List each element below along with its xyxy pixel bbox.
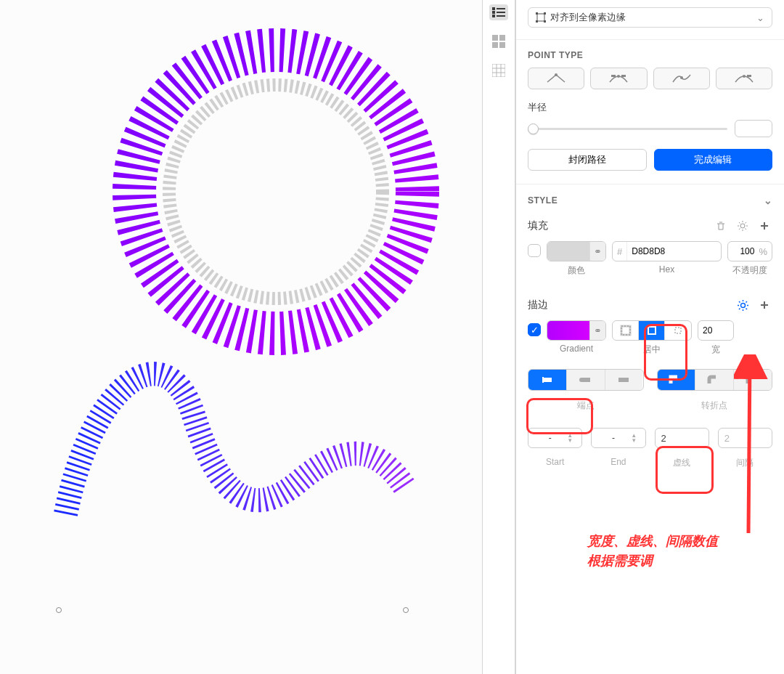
svg-point-23 bbox=[743, 75, 746, 78]
svg-rect-36 bbox=[618, 378, 629, 382]
pixel-align-dropdown[interactable]: 对齐到全像素边缘 ⌄ bbox=[528, 7, 772, 28]
watermark: AAA教育 bbox=[725, 651, 778, 670]
svg-point-19 bbox=[617, 75, 620, 78]
svg-point-18 bbox=[555, 73, 558, 76]
link-icon[interactable]: ⚭ bbox=[589, 321, 605, 340]
stroke-align-segmented[interactable] bbox=[612, 320, 692, 341]
stroke-color-swatch[interactable]: ⚭ bbox=[547, 320, 606, 341]
bounding-box-icon bbox=[536, 12, 546, 23]
svg-rect-33 bbox=[542, 377, 544, 383]
line-join-segmented[interactable] bbox=[657, 369, 773, 391]
svg-point-35 bbox=[579, 378, 584, 382]
section-point-type: POINT TYPE bbox=[516, 39, 784, 68]
annotation-text: 宽度、虚线、间隔数值 根据需要调 bbox=[587, 532, 718, 571]
svg-rect-9 bbox=[492, 35, 498, 41]
stroke-width-field[interactable] bbox=[698, 320, 734, 341]
gap-field[interactable]: 2 bbox=[718, 428, 772, 448]
svg-point-1 bbox=[169, 85, 383, 299]
svg-rect-5 bbox=[492, 11, 495, 14]
svg-rect-12 bbox=[499, 42, 505, 48]
shape-circle-dashed[interactable] bbox=[109, 25, 443, 359]
svg-rect-13 bbox=[537, 14, 544, 21]
section-style[interactable]: STYLE ⌄ bbox=[516, 184, 784, 214]
inspector-panel: 对齐到全像素边缘 ⌄ POINT TYPE 半径 封闭路径 完成编辑 STYLE… bbox=[515, 0, 784, 674]
stroke-align-inside[interactable] bbox=[613, 321, 639, 340]
stroke-settings-icon[interactable] bbox=[735, 297, 751, 313]
delete-fill-icon[interactable] bbox=[713, 218, 729, 234]
svg-rect-17 bbox=[544, 20, 546, 23]
svg-rect-31 bbox=[675, 328, 681, 333]
svg-rect-24 bbox=[747, 75, 751, 77]
stroke-label: 描边 bbox=[528, 299, 548, 312]
svg-rect-16 bbox=[536, 20, 538, 23]
view-gridlines-icon[interactable] bbox=[489, 62, 508, 78]
add-fill-icon[interactable] bbox=[756, 218, 772, 234]
svg-point-25 bbox=[740, 224, 745, 228]
arrow-end-stepper[interactable]: - ▴▾ bbox=[591, 428, 645, 448]
pixel-align-label: 对齐到全像素边缘 bbox=[550, 11, 626, 24]
fill-hex-field[interactable]: # bbox=[612, 241, 722, 261]
arrow-start-stepper[interactable]: - ▴▾ bbox=[528, 428, 582, 448]
fill-enabled-checkbox[interactable] bbox=[528, 244, 541, 257]
fill-label: 填充 bbox=[528, 219, 548, 232]
stroke-enabled-checkbox[interactable]: ✓ bbox=[528, 323, 541, 336]
point-type-disconnected[interactable] bbox=[653, 68, 710, 89]
chevron-down-icon: ⌄ bbox=[756, 12, 764, 23]
svg-point-0 bbox=[134, 50, 417, 333]
stroke-align-center[interactable] bbox=[639, 321, 665, 340]
radius-value[interactable] bbox=[735, 120, 772, 137]
svg-rect-7 bbox=[492, 15, 495, 17]
cap-round[interactable] bbox=[567, 370, 605, 390]
dash-field[interactable]: 2 bbox=[655, 428, 709, 448]
join-miter[interactable] bbox=[658, 370, 696, 390]
svg-rect-21 bbox=[621, 75, 626, 77]
finish-editing-button[interactable]: 完成编辑 bbox=[654, 149, 773, 171]
selection-handle-left[interactable] bbox=[56, 607, 62, 613]
shape-line-dashed[interactable] bbox=[59, 610, 406, 646]
svg-rect-32 bbox=[543, 378, 552, 382]
view-list-icon[interactable] bbox=[489, 4, 508, 20]
svg-point-22 bbox=[680, 76, 683, 79]
add-stroke-icon[interactable] bbox=[756, 297, 772, 313]
selection-handle-right[interactable] bbox=[403, 607, 409, 613]
line-cap-segmented[interactable] bbox=[528, 369, 644, 391]
join-round[interactable] bbox=[695, 370, 734, 390]
svg-point-26 bbox=[740, 303, 745, 307]
svg-rect-10 bbox=[499, 35, 505, 41]
design-canvas[interactable] bbox=[0, 0, 482, 674]
point-type-straight[interactable] bbox=[528, 68, 584, 89]
svg-rect-6 bbox=[497, 12, 505, 13]
radius-label: 半径 bbox=[528, 101, 772, 114]
svg-rect-20 bbox=[611, 75, 616, 77]
svg-rect-4 bbox=[497, 8, 505, 9]
stroke-align-outside[interactable] bbox=[665, 321, 691, 340]
view-mode-bar bbox=[482, 0, 515, 674]
link-icon[interactable]: ⚭ bbox=[589, 242, 605, 261]
svg-rect-27 bbox=[621, 326, 630, 335]
point-type-asymmetric[interactable] bbox=[716, 68, 772, 89]
svg-rect-11 bbox=[492, 42, 498, 48]
fill-settings-icon[interactable] bbox=[735, 218, 751, 234]
radius-slider[interactable] bbox=[528, 128, 727, 130]
fill-opacity-field[interactable]: % bbox=[727, 241, 772, 261]
point-type-mirrored[interactable] bbox=[590, 68, 647, 89]
join-bevel[interactable] bbox=[734, 370, 772, 390]
svg-rect-8 bbox=[497, 15, 505, 17]
svg-rect-3 bbox=[492, 7, 495, 10]
chevron-down-icon: ⌄ bbox=[764, 195, 773, 206]
fill-color-swatch[interactable]: ⚭ bbox=[547, 241, 606, 261]
view-grid-icon[interactable] bbox=[489, 33, 508, 49]
svg-rect-14 bbox=[536, 12, 538, 15]
svg-rect-15 bbox=[544, 12, 546, 15]
cap-butt[interactable] bbox=[528, 370, 567, 390]
shape-curve-dashed[interactable] bbox=[44, 353, 426, 527]
svg-rect-28 bbox=[621, 326, 630, 335]
cap-square[interactable] bbox=[605, 370, 643, 390]
svg-rect-29 bbox=[648, 327, 656, 334]
close-path-button[interactable]: 封闭路径 bbox=[528, 149, 647, 171]
svg-rect-30 bbox=[648, 327, 656, 334]
